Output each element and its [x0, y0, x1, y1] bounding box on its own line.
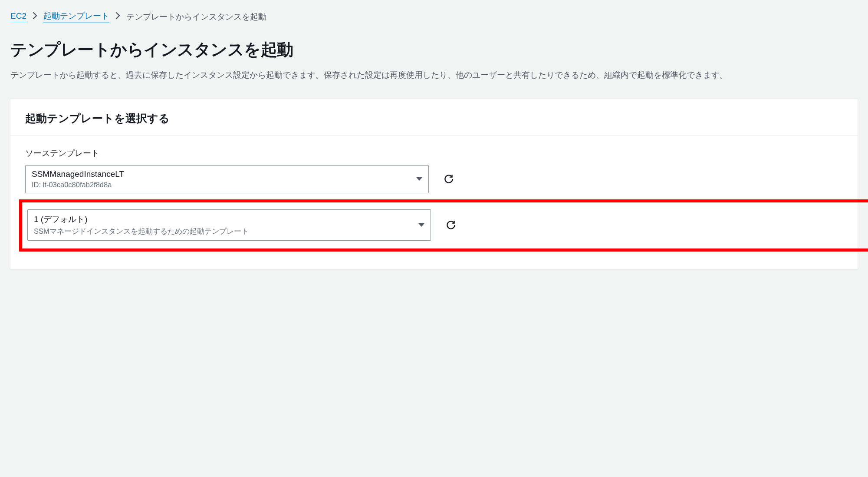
refresh-icon	[445, 219, 457, 231]
panel-title: 起動テンプレートを選択する	[25, 111, 843, 126]
version-select-value: 1 (デフォルト)	[34, 214, 249, 225]
panel-header: 起動テンプレートを選択する	[10, 99, 858, 136]
version-select-row: 1 (デフォルト) SSMマネージドインスタンスを起動するための起動テンプレート	[27, 209, 868, 241]
version-select[interactable]: 1 (デフォルト) SSMマネージドインスタンスを起動するための起動テンプレート	[27, 209, 431, 241]
template-select-row: SSMManagedInstanceLT ID: lt-03ca0c80fab2…	[25, 165, 843, 193]
template-select-value: SSMManagedInstanceLT	[32, 169, 124, 179]
chevron-right-icon	[33, 12, 37, 22]
chevron-down-icon	[418, 223, 424, 227]
breadcrumb-ec2-link[interactable]: EC2	[10, 11, 26, 22]
page-description: テンプレートから起動すると、過去に保存したインスタンス設定から起動できます。保存…	[10, 69, 858, 82]
refresh-version-button[interactable]	[441, 209, 461, 241]
chevron-right-icon	[115, 12, 120, 22]
panel-body: ソーステンプレート SSMManagedInstanceLT ID: lt-03…	[10, 136, 858, 269]
chevron-down-icon	[416, 177, 422, 181]
version-select-desc: SSMマネージドインスタンスを起動するための起動テンプレート	[34, 227, 249, 236]
source-template-select[interactable]: SSMManagedInstanceLT ID: lt-03ca0c80fab2…	[25, 165, 429, 193]
version-highlight: 1 (デフォルト) SSMマネージドインスタンスを起動するための起動テンプレート	[19, 199, 868, 252]
source-template-label: ソーステンプレート	[25, 148, 843, 159]
select-template-panel: 起動テンプレートを選択する ソーステンプレート SSMManagedInstan…	[10, 99, 858, 269]
template-select-id: ID: lt-03ca0c80fab2f8d8a	[32, 181, 124, 189]
refresh-template-button[interactable]	[438, 165, 459, 193]
breadcrumb: EC2 起動テンプレート テンプレートからインスタンスを起動	[10, 10, 858, 23]
refresh-icon	[443, 173, 454, 185]
breadcrumb-templates-link[interactable]: 起動テンプレート	[43, 10, 109, 23]
breadcrumb-current: テンプレートからインスタンスを起動	[126, 11, 266, 23]
page-title: テンプレートからインスタンスを起動	[10, 39, 858, 61]
